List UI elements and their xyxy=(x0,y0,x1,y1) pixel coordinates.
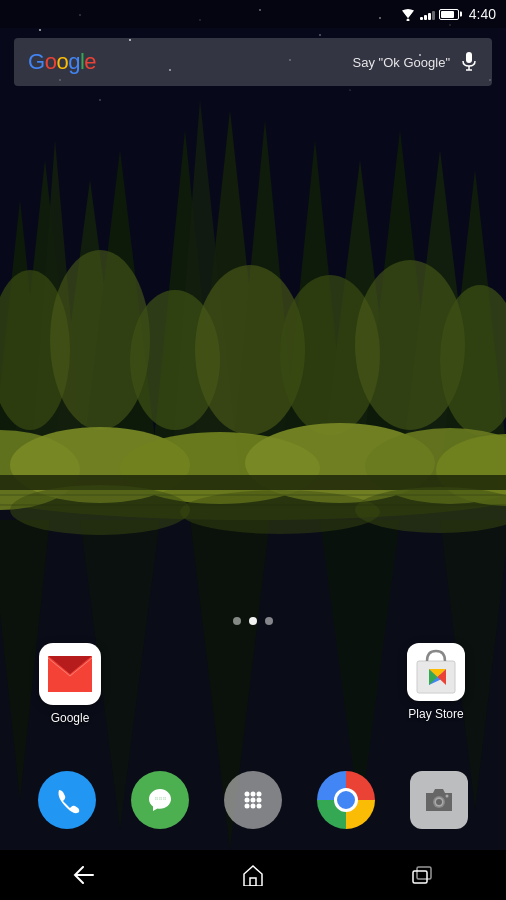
apps-area: Google Play Store xyxy=(0,617,506,735)
status-time: 4:40 xyxy=(469,6,496,22)
svg-point-61 xyxy=(256,798,261,803)
chrome-icon-inner xyxy=(334,788,358,812)
page-dot-1 xyxy=(233,617,241,625)
svg-rect-69 xyxy=(250,878,256,886)
google-app-icon xyxy=(39,643,101,705)
camera-icon-bg xyxy=(410,771,468,829)
voice-prompt: Say "Ok Google" xyxy=(353,55,450,70)
svg-point-63 xyxy=(250,804,255,809)
svg-point-56 xyxy=(244,792,249,797)
svg-rect-53 xyxy=(155,797,158,800)
chrome-dock-icon[interactable] xyxy=(311,765,381,835)
signal-icon xyxy=(420,8,435,20)
hangouts-icon-bg xyxy=(131,771,189,829)
svg-point-64 xyxy=(256,804,261,809)
google-app-shortcut[interactable]: Google xyxy=(30,643,110,725)
playstore-app-shortcut[interactable]: Play Store xyxy=(396,643,476,725)
home-button[interactable] xyxy=(233,855,273,895)
back-button[interactable] xyxy=(64,855,104,895)
chrome-icon-bg xyxy=(317,771,375,829)
svg-point-60 xyxy=(250,798,255,803)
svg-point-59 xyxy=(244,798,249,803)
page-dot-2 xyxy=(249,617,257,625)
svg-point-68 xyxy=(446,795,449,798)
svg-rect-70 xyxy=(413,871,427,883)
battery-icon xyxy=(439,9,459,20)
svg-point-15 xyxy=(349,89,350,90)
mic-icon[interactable] xyxy=(460,53,478,71)
dock xyxy=(0,750,506,850)
status-icons: 4:40 xyxy=(400,6,496,22)
app-drawer-icon[interactable] xyxy=(218,765,288,835)
svg-rect-54 xyxy=(159,797,162,800)
playstore-app-icon xyxy=(407,643,465,701)
playstore-app-label: Play Store xyxy=(408,707,463,721)
drawer-icon-bg xyxy=(224,771,282,829)
svg-rect-55 xyxy=(163,797,166,800)
svg-point-62 xyxy=(244,804,249,809)
svg-point-58 xyxy=(256,792,261,797)
page-dot-3 xyxy=(265,617,273,625)
status-bar: 4:40 xyxy=(0,0,506,28)
svg-point-6 xyxy=(319,34,321,36)
svg-rect-38 xyxy=(466,52,472,63)
google-app-label: Google xyxy=(51,711,90,725)
hangouts-dock-icon[interactable] xyxy=(125,765,195,835)
svg-point-33 xyxy=(180,490,380,534)
svg-point-37 xyxy=(406,18,409,21)
google-search-bar[interactable]: Google Say "Ok Google" xyxy=(14,38,492,86)
phone-dock-icon[interactable] xyxy=(32,765,102,835)
shortcuts-row: Google Play Store xyxy=(0,643,506,725)
wifi-icon xyxy=(400,8,416,21)
phone-icon-bg xyxy=(38,771,96,829)
svg-point-14 xyxy=(99,99,101,101)
svg-point-67 xyxy=(436,799,442,805)
svg-point-1 xyxy=(39,29,41,31)
svg-rect-71 xyxy=(417,867,431,879)
page-indicator xyxy=(0,617,506,625)
camera-dock-icon[interactable] xyxy=(404,765,474,835)
google-brand: Google xyxy=(28,49,353,75)
svg-point-57 xyxy=(250,792,255,797)
svg-point-32 xyxy=(10,485,190,535)
recents-button[interactable] xyxy=(402,855,442,895)
nav-bar xyxy=(0,850,506,900)
